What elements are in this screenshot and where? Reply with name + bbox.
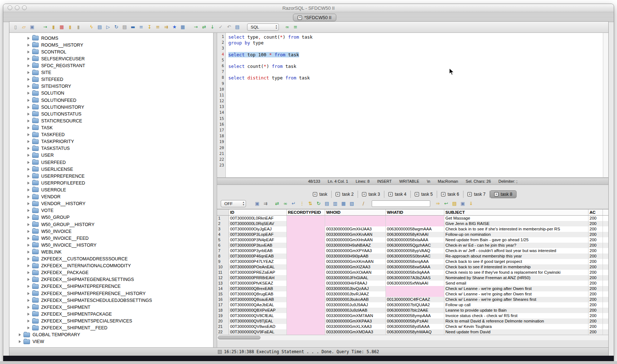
results-window-icon[interactable]: ≡ xyxy=(292,24,299,30)
expand-icon[interactable] xyxy=(27,209,30,212)
expand-icon[interactable] xyxy=(27,64,30,67)
row-number[interactable]: 11 xyxy=(217,270,229,275)
cell-subject[interactable]: Follow-up on nomination xyxy=(444,232,588,237)
editor-vscrollbar[interactable] xyxy=(603,33,608,177)
row-number[interactable]: 21 xyxy=(217,324,229,329)
expand-icon[interactable] xyxy=(27,237,30,240)
expand-icon[interactable] xyxy=(27,188,30,191)
table-row[interactable]: 1100T3000000PREZaEAP0033000000GmXOiAAN00… xyxy=(217,270,608,275)
tree-item-solution[interactable]: SOLUTION xyxy=(9,90,213,97)
expand-icon[interactable] xyxy=(27,120,30,122)
cell-whoid[interactable] xyxy=(325,216,386,221)
row-number[interactable]: 17 xyxy=(217,302,229,308)
row-number[interactable]: 1 xyxy=(217,216,229,221)
cell-ac[interactable]: 200 xyxy=(588,264,603,270)
cell-subject[interactable]: Check w/ Leanne - we're going after Owen… xyxy=(444,291,588,297)
expand-icon[interactable] xyxy=(27,230,30,233)
expand-icon[interactable] xyxy=(27,106,30,109)
cell-recordtypeid[interactable] xyxy=(287,264,325,270)
cell-whoid[interactable]: 0033000000GmXKPAA3 xyxy=(325,318,386,324)
cell-ac[interactable]: 200 xyxy=(588,329,603,335)
row-number[interactable]: 15 xyxy=(217,291,229,297)
edit-sql-icon[interactable]: ⇉ xyxy=(163,24,169,30)
table-row[interactable]: 800T3000000P46qnEAB0033000000H9i0pAAB006… xyxy=(217,254,608,259)
cell-subject[interactable]: Check w/ Kevin Tsujihara xyxy=(444,324,588,329)
column-header-recordtypeid[interactable]: RECORDTYPEID xyxy=(287,209,325,215)
cell-recordtypeid[interactable] xyxy=(287,243,325,248)
refresh-results-icon[interactable]: ⇄ xyxy=(274,200,280,207)
db-browser-icon[interactable]: ▬ xyxy=(130,24,136,30)
row-number[interactable]: 13 xyxy=(217,281,229,286)
cell-recordtypeid[interactable] xyxy=(287,254,325,259)
table-row[interactable]: 1200T3000000PRR8rEAH0033000000JFhGlAAL00… xyxy=(217,275,608,281)
code-area[interactable]: select type, count(*) from taskgroup by … xyxy=(226,33,603,177)
table-row[interactable]: 1500T3000000Q8rugEAB0033000000JbvRJAAZCh… xyxy=(217,291,608,297)
table-row[interactable]: 2200T3000000QV9FaEAL0033000000GmXMDAA300… xyxy=(217,329,608,335)
cell-ac[interactable]: 200 xyxy=(588,281,603,286)
expand-icon[interactable] xyxy=(27,154,30,157)
expand-icon[interactable] xyxy=(27,140,30,143)
table-row[interactable]: 1600T3000000Q8sauEAB0033000000JbukoAAB00… xyxy=(217,297,608,302)
close-window-icon[interactable] xyxy=(8,5,12,10)
expand-icon[interactable] xyxy=(27,175,30,178)
cell-subject[interactable]: Check w/ Leanne - we're going after Owen… xyxy=(444,286,588,291)
cell-whatid[interactable]: 006300000058wgmAAA xyxy=(386,226,444,232)
result-tab-task-5[interactable]: ×task 5 xyxy=(411,191,437,198)
expand-icon[interactable] xyxy=(27,251,30,254)
table-row[interactable]: 1800T3000000QBXPeEAP0033000000Ju9zlAAB00… xyxy=(217,308,608,313)
cell-id[interactable]: 00T3000000P3tuvEAB xyxy=(229,243,287,248)
run-script-icon[interactable]: ▷ xyxy=(105,24,111,30)
cell-whoid[interactable]: 0033000000JbvRJAAZ xyxy=(325,291,386,297)
row-number[interactable]: 2 xyxy=(217,221,229,226)
tree-item-rooms[interactable]: ROOMS xyxy=(9,35,213,42)
cell-whatid[interactable] xyxy=(386,286,444,291)
reload-query-icon[interactable]: ↻ xyxy=(315,200,322,207)
cell-whoid[interactable]: 0033000000JbukoAAB xyxy=(325,297,386,302)
single-row-view-icon[interactable]: ▥ xyxy=(332,200,338,207)
cell-subject[interactable]: Nominated by Shane Freeman at ANZ (HR50) xyxy=(444,275,588,281)
cell-whatid[interactable]: 00630000005xfWaAAI xyxy=(386,281,444,286)
expand-icon[interactable] xyxy=(27,306,30,309)
result-tab-task-6[interactable]: ×task 6 xyxy=(437,191,463,198)
cell-ac[interactable]: 200 xyxy=(588,286,603,291)
tab-close-icon[interactable]: × xyxy=(494,192,499,196)
cell-id[interactable]: 00T3000000QBXPeEAP xyxy=(229,308,287,313)
row-number[interactable]: 9 xyxy=(217,259,229,264)
query-builder-icon[interactable]: ≡ xyxy=(138,24,144,30)
add-note-icon[interactable]: ▤ xyxy=(451,200,458,207)
cell-subject[interactable]: Check nexis to see if they've found a re… xyxy=(444,270,588,275)
cell-whatid[interactable]: 00630000007A3bZAAS xyxy=(386,275,444,281)
cell-id[interactable]: 00T3000000PRR8rEAH xyxy=(229,275,287,281)
expand-icon[interactable] xyxy=(27,126,30,129)
cell-whatid[interactable]: 00630000005S0bnAAC xyxy=(386,254,444,259)
cell-recordtypeid[interactable] xyxy=(287,259,325,264)
tree-item-scontrol[interactable]: SCONTROL xyxy=(9,48,213,55)
rollback-icon[interactable]: ↶ xyxy=(226,24,232,30)
result-tab-task-3[interactable]: ×task 3 xyxy=(358,191,384,198)
sql-editor[interactable]: 1234567891011121314151617181920212223 se… xyxy=(217,33,608,178)
table-row[interactable]: 400T3000000P3LopEAF0033000000GmXKnAAN006… xyxy=(217,232,608,237)
tree-item-zkfedex-shipmatescheduledjobssettings[interactable]: ZKFEDEX__SHIPMATESCHEDULEDJOBSSETTINGS xyxy=(9,297,213,304)
insert-row-icon[interactable]: ↩ xyxy=(443,200,449,207)
cell-subject[interactable]: Give Jenn a BIG RAISE xyxy=(444,221,588,226)
expand-icon[interactable] xyxy=(27,223,30,226)
expand-icon[interactable] xyxy=(27,133,30,136)
cell-whatid[interactable]: 006300000058ympAAA xyxy=(386,313,444,318)
cell-recordtypeid[interactable] xyxy=(287,286,325,291)
cell-ac[interactable]: 200 xyxy=(588,275,603,281)
tree-item-solutionhistory[interactable]: SOLUTIONHISTORY xyxy=(9,104,213,110)
tree-item-solutionstatus[interactable]: SOLUTIONSTATUS xyxy=(9,110,213,117)
commit-icon[interactable]: ✓ xyxy=(217,24,224,30)
tree-item-site[interactable]: SITE xyxy=(9,69,213,76)
table-row[interactable]: 1000T3000000POeAnEAL0033000000GmXIZAA300… xyxy=(217,264,608,270)
table-row[interactable]: 1300T3000000PfvKSEAZ0033000000HirF8AAJ00… xyxy=(217,281,608,286)
expand-icon[interactable] xyxy=(27,78,30,81)
cell-id[interactable]: 00T3000000P3yrbEAB xyxy=(229,248,287,254)
cell-whoid[interactable]: 0033000000JbvQzAAJ xyxy=(325,286,386,291)
row-number[interactable]: 18 xyxy=(217,308,229,313)
cell-ac[interactable]: 200 xyxy=(588,237,603,243)
expand-icon[interactable] xyxy=(27,71,30,74)
cell-whatid[interactable]: 006300000058yKhAAI xyxy=(386,232,444,237)
copy-with-headers-icon[interactable]: ▧ xyxy=(349,200,355,207)
table-editor-icon[interactable]: ▦ xyxy=(180,24,186,30)
